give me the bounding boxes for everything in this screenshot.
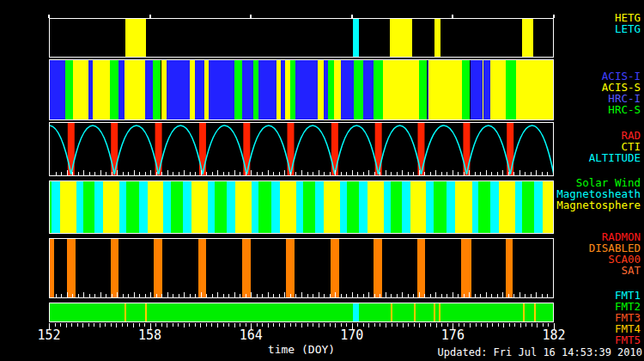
minor-tick: [89, 172, 90, 175]
solar-wind-region-segment: [303, 181, 315, 233]
minor-tick: [184, 292, 185, 297]
instrument-segment: [516, 60, 553, 119]
minor-tick: [212, 172, 213, 175]
axis-tick: [313, 323, 313, 327]
minor-tick: [525, 172, 526, 175]
axis-tick: [330, 323, 331, 327]
minor-tick: [464, 172, 465, 175]
axis-tick: [105, 323, 106, 327]
minor-tick: [435, 292, 436, 297]
minor-tick: [295, 172, 296, 175]
band-solar-wind-region: [49, 180, 554, 234]
instrument-segment: [110, 60, 118, 119]
perigee-stripe: [155, 123, 162, 175]
minor-tick: [134, 170, 135, 175]
instrument-segment: [73, 60, 88, 119]
minor-tick: [94, 294, 95, 297]
axis-tick: [273, 323, 274, 327]
minor-tick: [368, 170, 369, 175]
axis-tick: [223, 323, 224, 327]
radmon-segment: [374, 239, 382, 297]
axis-tick: [392, 323, 392, 327]
solar-wind-region-segment: [227, 181, 235, 233]
minor-tick: [156, 294, 157, 297]
minor-tick: [128, 172, 129, 175]
minor-tick: [469, 292, 470, 297]
solar-wind-region-segment: [171, 181, 183, 233]
instrument-segment: [328, 60, 334, 119]
top-major-tick: [48, 15, 50, 18]
altitude-arc: [203, 125, 246, 174]
minor-tick: [223, 172, 224, 175]
minor-tick: [112, 172, 112, 175]
axis-tick: [464, 323, 465, 327]
minor-tick: [268, 170, 269, 175]
instrument-segment: [125, 60, 145, 119]
axis-tick: [139, 323, 140, 327]
fmt-change-line: [414, 303, 416, 321]
minor-tick: [240, 172, 240, 175]
axis-tick: [301, 323, 302, 327]
radmon-segment: [286, 239, 295, 297]
minor-tick: [531, 172, 532, 175]
axis-tick: [122, 323, 123, 327]
minor-tick: [391, 294, 392, 297]
minor-tick: [257, 172, 258, 175]
legend-label-altitude: ALTITUDE: [589, 152, 641, 163]
minor-tick: [380, 294, 380, 297]
axis-tick: [295, 323, 296, 327]
minor-tick: [374, 294, 375, 297]
solar-wind-region-segment: [271, 181, 280, 233]
minor-tick: [363, 294, 364, 297]
instrument-segment: [65, 60, 73, 119]
minor-tick: [397, 294, 398, 297]
altitude-arc: [71, 125, 114, 174]
minor-tick: [139, 172, 140, 175]
axis-tick: [414, 323, 415, 327]
axis-tick: [246, 323, 246, 327]
axis-tick: [509, 323, 510, 327]
minor-tick: [486, 170, 487, 175]
minor-tick: [424, 294, 425, 297]
minor-tick: [513, 172, 514, 175]
minor-tick: [319, 170, 319, 175]
minor-tick: [184, 170, 185, 175]
minor-tick: [502, 292, 503, 297]
minor-tick: [301, 292, 302, 297]
legend-label-hrc-s: HRC-S: [608, 104, 641, 115]
minor-tick: [341, 172, 342, 175]
minor-tick: [458, 294, 459, 297]
minor-tick: [319, 292, 319, 297]
axis-tick: [178, 323, 179, 327]
axis-tick: [217, 323, 218, 327]
radmon-segment: [154, 239, 161, 297]
solar-wind-region-segment: [235, 181, 252, 233]
minor-tick: [419, 170, 420, 175]
minor-tick: [368, 292, 369, 297]
axis-tick: [357, 323, 358, 327]
axis-tick: [257, 323, 258, 327]
instrument-segment: [506, 60, 516, 119]
axis-tick: [363, 323, 364, 327]
axis-tick: [195, 323, 196, 327]
solar-wind-region-segment: [119, 181, 126, 233]
band-instrument: [49, 59, 554, 120]
minor-tick: [391, 172, 392, 175]
solar-wind-region-segment: [402, 181, 410, 233]
minor-tick: [519, 170, 520, 175]
axis-tick: [77, 323, 78, 327]
minor-tick: [83, 292, 84, 297]
instrument-segment: [341, 60, 354, 119]
minor-tick: [491, 294, 492, 297]
minor-tick: [72, 294, 73, 297]
axis-tick: [307, 323, 308, 327]
minor-tick: [441, 172, 442, 175]
minor-tick: [67, 292, 68, 297]
minor-tick: [430, 294, 431, 297]
minor-tick: [206, 172, 207, 175]
fmt-change-line: [391, 303, 392, 321]
minor-tick: [513, 294, 514, 297]
top-major-tick: [553, 15, 555, 18]
minor-tick: [273, 172, 274, 175]
minor-tick: [284, 292, 285, 297]
